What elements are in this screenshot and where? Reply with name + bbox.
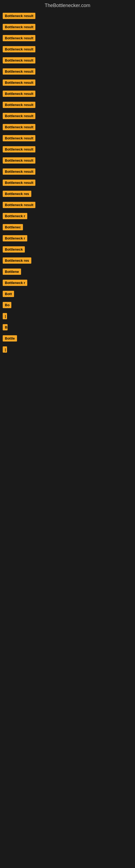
bottleneck-result-label[interactable]: Bottleneck result — [3, 157, 35, 163]
list-item: Bottleneck result — [1, 201, 135, 210]
list-item: Bottleneck res — [1, 256, 135, 266]
bottleneck-result-label[interactable]: | — [3, 313, 7, 319]
bottleneck-result-label[interactable]: Bottleneck result — [3, 202, 35, 208]
list-item: Bottleneck result — [1, 145, 135, 155]
list-item: Bottleneck result — [1, 34, 135, 43]
bottleneck-result-label[interactable]: Bottleneck — [3, 246, 25, 252]
bottleneck-result-label[interactable]: Bottleneck r — [3, 235, 27, 241]
bottleneck-result-label[interactable]: Bottlene — [3, 269, 21, 275]
site-title: TheBottlenecker.com — [0, 0, 135, 10]
page-container: TheBottlenecker.com Bottleneck resultBot… — [0, 0, 135, 355]
list-item: B — [1, 323, 135, 333]
list-item: Bottleneck result — [1, 79, 135, 88]
bottleneck-result-label[interactable]: Bottleneck r — [3, 213, 27, 219]
bottleneck-result-label[interactable]: Bottleneck result — [3, 91, 35, 97]
bottleneck-result-label[interactable]: Bottleneck result — [3, 80, 35, 86]
list-item: Bottleneck result — [1, 123, 135, 132]
list-item: Bottleneck r — [1, 279, 135, 288]
list-item: Bottleneck result — [1, 101, 135, 110]
bottleneck-result-label[interactable]: Bottleneck res — [3, 257, 31, 264]
bottleneck-result-label[interactable]: Bottleneck result — [3, 13, 35, 19]
list-item: Bott — [1, 290, 135, 299]
list-item: Bottleneck result — [1, 67, 135, 77]
bottleneck-result-label[interactable]: Bottle — [3, 335, 17, 341]
list-item: Bottleneck result — [1, 90, 135, 99]
bottleneck-result-label[interactable]: Bottleneck r — [3, 280, 27, 286]
list-item: Bottleneck — [1, 245, 135, 255]
bottleneck-result-label[interactable]: Bottleneck result — [3, 24, 35, 30]
list-item: | — [1, 312, 135, 321]
list-item: Bottleneck r — [1, 212, 135, 221]
list-item: Bottleneck result — [1, 56, 135, 66]
bottleneck-result-label[interactable]: B — [3, 324, 8, 330]
bottleneck-result-label[interactable]: Bo — [3, 302, 11, 308]
bottleneck-result-label[interactable]: | — [3, 346, 7, 352]
list-item: Bottleneck result — [1, 112, 135, 121]
bottleneck-result-label[interactable]: Bottleneck result — [3, 124, 35, 130]
list-item: Bo — [1, 301, 135, 310]
bottleneck-result-label[interactable]: Bottleneck result — [3, 135, 35, 141]
bottleneck-result-label[interactable]: Bottleneck result — [3, 146, 35, 152]
bottleneck-result-label[interactable]: Bottleneck result — [3, 57, 35, 63]
list-item: Bottleneck result — [1, 45, 135, 55]
bottleneck-result-label[interactable]: Bott — [3, 291, 14, 297]
bottleneck-result-label[interactable]: Bottleneck result — [3, 168, 35, 175]
bottleneck-result-label[interactable]: Bottleneck result — [3, 35, 35, 41]
bottleneck-result-label[interactable]: Bottleneck res — [3, 191, 31, 197]
list-item: Bottlenec — [1, 223, 135, 232]
list-item: Bottle — [1, 334, 135, 344]
list-item: Bottleneck result — [1, 167, 135, 177]
bottleneck-result-label[interactable]: Bottleneck result — [3, 113, 35, 119]
list-item: Bottleneck result — [1, 179, 135, 188]
list-item: Bottleneck r — [1, 234, 135, 244]
list-item: Bottleneck res — [1, 190, 135, 199]
bottleneck-result-label[interactable]: Bottleneck result — [3, 46, 35, 52]
bottleneck-result-label[interactable]: Bottlenec — [3, 224, 23, 230]
bottleneck-result-label[interactable]: Bottleneck result — [3, 102, 35, 108]
list-item: Bottleneck result — [1, 12, 135, 21]
list-item: Bottleneck result — [1, 156, 135, 166]
list-item: Bottleneck result — [1, 134, 135, 144]
list-item: Bottleneck result — [1, 23, 135, 32]
bottleneck-result-label[interactable]: Bottleneck result — [3, 68, 35, 74]
list-item: Bottlene — [1, 268, 135, 277]
bottleneck-result-label[interactable]: Bottleneck result — [3, 180, 35, 186]
list-item: | — [1, 345, 135, 355]
items-container: Bottleneck resultBottleneck resultBottle… — [0, 10, 135, 355]
